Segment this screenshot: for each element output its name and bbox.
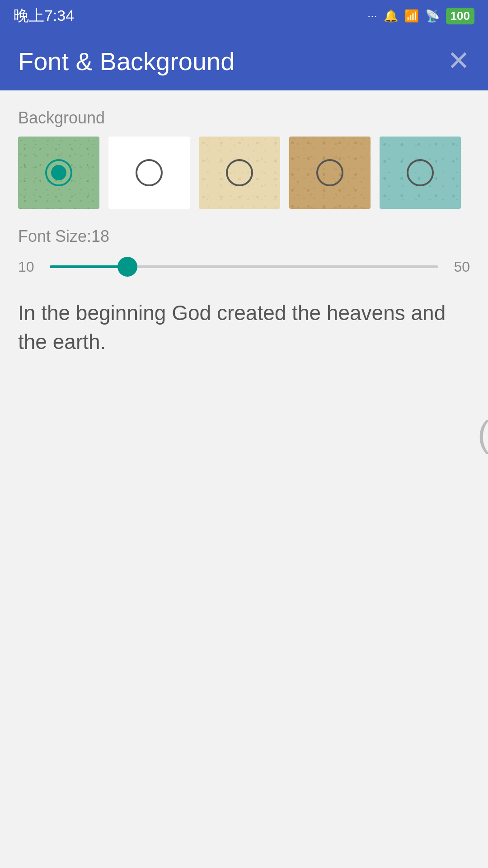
close-button[interactable]: ✕: [447, 47, 470, 75]
bell-icon: 🔔: [384, 9, 398, 23]
status-bar: 晚上7:34 ··· 🔔 📶 📡 100: [0, 0, 488, 32]
battery-indicator: 100: [446, 8, 474, 24]
slider-min-label: 10: [18, 259, 41, 275]
signal-icon: 📶: [404, 9, 419, 23]
more-icon: ···: [367, 9, 377, 23]
slider-track: [50, 265, 438, 268]
status-time: 晚上7:34: [14, 5, 74, 26]
slider-max-label: 50: [447, 259, 470, 275]
radio-white: [136, 159, 163, 186]
bg-option-teal[interactable]: [380, 137, 461, 209]
background-label: Background: [18, 108, 470, 127]
scroll-hint: (: [479, 398, 488, 470]
main-content: Background: [0, 90, 488, 868]
font-size-label: Font Size:18: [18, 227, 470, 246]
font-size-section: Font Size:18 10 50: [18, 227, 470, 280]
radio-teal: [407, 159, 434, 186]
background-section: Background: [18, 108, 470, 209]
radio-green: [45, 159, 72, 186]
slider-thumb[interactable]: [117, 257, 137, 277]
radio-tan: [316, 159, 343, 186]
slider-fill: [50, 265, 127, 268]
slider-row: 10 50: [18, 253, 470, 280]
page-title: Font & Background: [18, 47, 235, 76]
status-icons: ··· 🔔 📶 📡 100: [367, 8, 474, 24]
header: Font & Background ✕: [0, 32, 488, 90]
wifi-icon: 📡: [425, 9, 440, 23]
bg-option-white[interactable]: [108, 137, 190, 209]
font-size-slider[interactable]: [50, 253, 438, 280]
background-options-row: [18, 137, 470, 209]
radio-cream: [226, 159, 253, 186]
bg-option-cream[interactable]: [199, 137, 280, 209]
preview-text: In the beginning God created the heavens…: [18, 298, 470, 357]
bg-option-green[interactable]: [18, 137, 99, 209]
bg-option-tan[interactable]: [289, 137, 371, 209]
